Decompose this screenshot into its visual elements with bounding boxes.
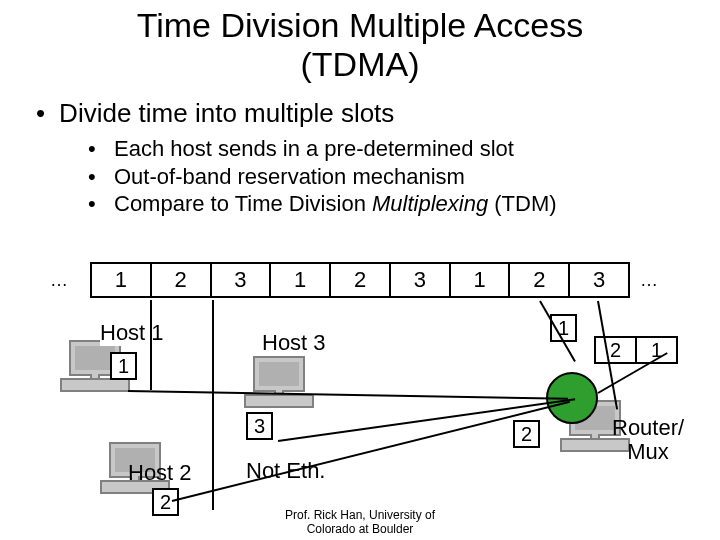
mux-queue-left: 2 [513,420,540,448]
bullet-dot-icon: • [88,163,114,191]
slide-title: Time Division Multiple Access (TDMA) [0,0,720,84]
slot: 1 [451,264,511,296]
slot: 1 [271,264,331,296]
sub-bullets: •Each host sends in a pre-determined slo… [88,135,720,218]
connector-line [128,390,568,400]
sub-bullet-2: Out-of-band reservation mechanism [114,163,465,191]
router-line2: Mux [612,440,684,464]
connector-line [150,300,152,390]
slot: 2 [331,264,391,296]
host3-value: 3 [246,412,273,440]
ellipsis-left: … [50,270,68,291]
footer-line1: Prof. Rick Han, University of [0,508,720,522]
sub3-post: (TDM) [488,191,556,216]
bullet-dot-icon: • [88,190,114,218]
bullet-main: •Divide time into multiple slots [36,98,720,129]
connector-line [212,300,214,510]
sub3-italic: Multiplexing [372,191,488,216]
slot: 3 [212,264,272,296]
ellipsis-right: … [640,270,658,291]
sub3-pre: Compare to Time Division [114,191,372,216]
slot: 3 [570,264,628,296]
slot: 1 [92,264,152,296]
slot: 3 [391,264,451,296]
host1-value: 1 [110,352,137,380]
slot: 2 [510,264,570,296]
footer-line2: Colorado at Boulder [0,522,720,536]
sub-bullet-3: Compare to Time Division Multiplexing (T… [114,190,557,218]
slot: 2 [152,264,212,296]
title-line-1: Time Division Multiple Access [0,6,720,45]
sub-bullet-1: Each host sends in a pre-determined slot [114,135,514,163]
title-line-2: (TDMA) [0,45,720,84]
computer-icon [244,356,314,416]
bullet-main-text: Divide time into multiple slots [59,98,394,128]
timeline: 1 2 3 1 2 3 1 2 3 [90,262,630,298]
mux-slot: 2 [596,338,637,362]
host3-label: Host 3 [262,330,326,356]
footer-credit: Prof. Rick Han, University of Colorado a… [0,508,720,536]
router-label: Router/ Mux [612,416,684,464]
connector-line [172,401,570,502]
bullet-dot-icon: • [88,135,114,163]
host2-label: Host 2 [128,460,192,486]
host1-label: Host 1 [100,320,164,346]
router-line1: Router/ [612,416,684,440]
bullet-dot-icon: • [36,98,45,128]
